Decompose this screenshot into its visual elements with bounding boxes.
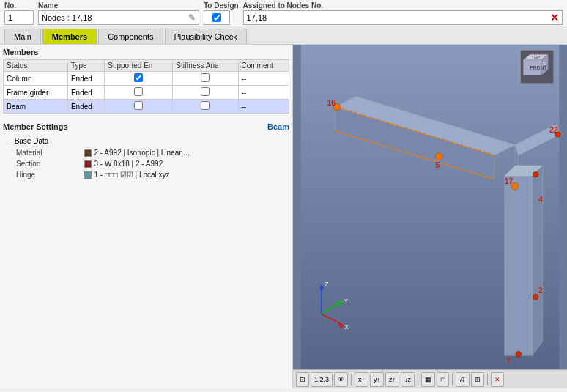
toolbar-separator-3 [452, 374, 453, 385]
cube-nav[interactable]: FRONT TOP R [520, 51, 553, 84]
cell-supported[interactable] [105, 72, 173, 86]
svg-marker-7 [532, 166, 542, 355]
cell-comment: -- [238, 100, 289, 114]
section-color-swatch [84, 160, 92, 168]
table-row[interactable]: Frame girder Ended -- [4, 86, 289, 100]
tab-bar: Main Members Components Plausibility Che… [0, 26, 567, 45]
svg-point-13 [533, 294, 538, 300]
toolbar-separator-4 [487, 374, 488, 385]
svg-text:2: 2 [538, 286, 543, 295]
cell-supported[interactable] [105, 86, 173, 100]
to-design-label: To Design [204, 1, 239, 10]
cell-type: Ended [67, 100, 104, 114]
export-button[interactable]: ⊞ [471, 372, 484, 387]
tab-members[interactable]: Members [42, 29, 97, 44]
cell-comment: -- [238, 86, 289, 100]
material-label: Material [4, 148, 80, 158]
members-table: Status Type Supported En Stiffness Ana C… [3, 59, 289, 114]
svg-point-9 [436, 153, 442, 160]
viewport[interactable]: 16 5 17 4 22 2 7 Z Y [293, 45, 567, 369]
section-label: Section [4, 159, 80, 169]
close-view-button[interactable]: ✕ [491, 372, 504, 387]
assigned-label: Assigned to Nodes No. [243, 1, 563, 10]
cell-supported[interactable] [105, 100, 173, 114]
svg-text:R: R [543, 62, 546, 66]
cell-status: Beam [4, 100, 68, 114]
members-section-title: Members [3, 48, 289, 56]
table-row[interactable]: Column Ended -- [4, 72, 289, 86]
svg-point-11 [533, 171, 538, 177]
stiffness-checkbox[interactable] [201, 73, 210, 82]
svg-text:22: 22 [549, 126, 558, 134]
right-panel: 16 5 17 4 22 2 7 Z Y [293, 45, 567, 388]
stiffness-checkbox[interactable] [201, 101, 210, 110]
tab-components[interactable]: Components [98, 29, 163, 44]
settings-table: − Base Data Material 2 - A992 | Isotropi… [3, 134, 289, 181]
expand-icon[interactable]: − [6, 137, 10, 145]
cell-type: Ended [67, 72, 104, 86]
cell-stiffness[interactable] [173, 72, 238, 86]
render-mode-button[interactable]: 👁 [334, 372, 348, 387]
left-panel: Members Status Type Supported En Stiffne… [0, 45, 293, 388]
to-design-checkbox[interactable] [212, 13, 221, 22]
y-axis-button[interactable]: y↑ [370, 372, 384, 387]
supported-checkbox[interactable] [134, 73, 143, 82]
assigned-box: 17,18 ✕ [243, 10, 563, 25]
scene-svg: 16 5 17 4 22 2 7 Z Y [293, 45, 567, 369]
cell-status: Column [4, 72, 68, 86]
supported-checkbox[interactable] [134, 101, 143, 110]
svg-point-14 [516, 351, 522, 357]
name-label: Name [38, 1, 199, 10]
section-value: 3 - W 8x18 | 2 - A992 [94, 160, 163, 168]
neg-z-button[interactable]: ↓z [401, 372, 415, 387]
hinge-value: 1 - □□□ ☑☑ | Local xyz [94, 171, 169, 179]
section-row: Section 3 - W 8x18 | 2 - A992 [4, 159, 288, 169]
supported-checkbox[interactable] [134, 87, 143, 96]
name-field: Name Nodes : 17,18 ✎ [38, 1, 199, 25]
toolbar-separator-2 [418, 374, 418, 385]
tab-main[interactable]: Main [4, 29, 41, 44]
svg-marker-5 [505, 176, 533, 355]
edit-icon[interactable]: ✎ [188, 12, 196, 23]
svg-text:Z: Z [325, 280, 329, 288]
members-section: Members Status Type Supported En Stiffne… [0, 45, 292, 117]
col-header-type: Type [67, 60, 104, 72]
cell-status: Frame girder [4, 86, 68, 100]
settings-title: Member Settings [3, 122, 68, 131]
to-design-checkbox-wrapper [204, 10, 230, 25]
print-button[interactable]: 🖨 [456, 372, 470, 387]
tab-plausibility[interactable]: Plausibility Check [165, 29, 247, 44]
layers-button[interactable]: ▦ [421, 372, 435, 387]
toolbar-separator [351, 374, 352, 385]
no-value: 1 [4, 10, 34, 25]
box-view-button[interactable]: ◻ [437, 372, 449, 387]
col-header-stiffness: Stiffness Ana [173, 60, 238, 72]
stiffness-checkbox[interactable] [201, 87, 210, 96]
x-axis-button[interactable]: x↑ [355, 372, 368, 387]
base-data-row: − Base Data [4, 136, 288, 147]
delete-icon[interactable]: ✕ [550, 12, 559, 23]
table-row[interactable]: Beam Ended -- [4, 100, 289, 114]
cell-stiffness[interactable] [173, 86, 238, 100]
svg-text:7: 7 [507, 357, 511, 365]
material-value: 2 - A992 | Isotropic | Linear ... [94, 149, 189, 157]
numbering-button[interactable]: 1,2,3 [311, 372, 333, 387]
svg-text:5: 5 [436, 161, 440, 169]
col-header-status: Status [4, 60, 68, 72]
assigned-field: Assigned to Nodes No. 17,18 ✕ [243, 1, 563, 25]
svg-text:4: 4 [538, 196, 543, 204]
top-bar: No. 1 Name Nodes : 17,18 ✎ To Design Ass… [0, 0, 567, 26]
beam-label: Beam [267, 122, 289, 131]
svg-text:X: X [344, 322, 349, 330]
svg-text:17: 17 [505, 177, 514, 185]
hinge-color-swatch [84, 171, 92, 179]
no-field: No. 1 [4, 1, 34, 25]
z-axis-button[interactable]: z↑ [385, 372, 399, 387]
main-content: Members Status Type Supported En Stiffne… [0, 45, 567, 388]
cell-stiffness[interactable] [173, 100, 238, 114]
fit-view-button[interactable]: ⊡ [296, 372, 309, 387]
col-header-supported: Supported En [105, 60, 173, 72]
svg-text:16: 16 [327, 99, 336, 107]
svg-text:TOP: TOP [532, 55, 541, 59]
settings-header: Member Settings Beam [3, 122, 289, 131]
